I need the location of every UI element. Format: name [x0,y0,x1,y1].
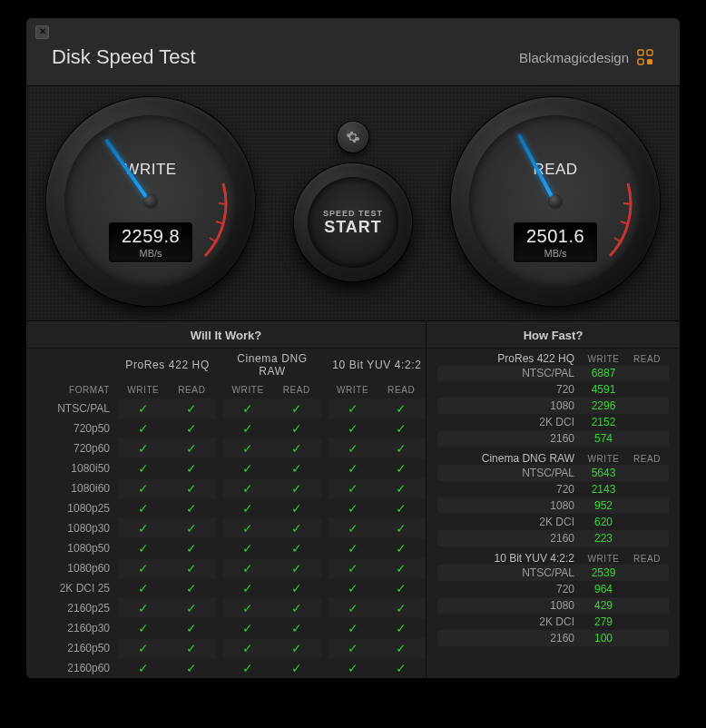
format-label: 2160p30 [26,618,119,638]
check-icon: ✓ [396,581,407,595]
check-icon: ✓ [242,441,253,456]
hf-write-value: 4591 [582,383,625,396]
hf-format: 1080 [437,499,582,512]
hf-read-value: . [625,599,669,612]
check-icon: ✓ [138,521,149,536]
hf-read-value: . [625,467,669,479]
hf-read-value: . [625,615,669,628]
hf-row: 2160100. [437,630,669,646]
hf-read-value: . [625,399,669,412]
check-cell: ✓ [168,458,217,478]
check-icon: ✓ [186,641,197,655]
svg-line-9 [623,203,632,204]
check-icon: ✓ [291,661,302,675]
check-cell: ✓ [377,498,426,518]
write-gauge: WRITE 2259.8 MB/s [46,97,255,306]
hf-write-value: 2296 [582,399,625,412]
check-icon: ✓ [348,661,358,675]
write-readout-unit: MB/s [109,248,192,259]
check-icon: ✓ [348,501,358,516]
check-cell: ✓ [168,498,217,518]
check-icon: ✓ [348,561,358,576]
check-cell: ✓ [168,478,217,498]
hf-format: 1080 [437,399,582,412]
start-main: START [324,218,382,237]
check-cell: ✓ [272,598,321,618]
check-icon: ✓ [348,481,358,496]
check-icon: ✓ [291,541,302,556]
start-button[interactable]: SPEED TEST START [294,163,412,281]
check-cell: ✓ [119,558,168,578]
read-gauge: READ 2501.6 MB/s [451,97,660,306]
check-cell: ✓ [328,398,378,418]
format-label: 1080p30 [26,518,119,538]
hf-row: NTSC/PAL2539. [437,565,669,581]
check-cell: ✓ [377,558,426,578]
check-cell: ✓ [119,518,168,538]
check-cell: ✓ [328,518,378,538]
will-it-work-table: ProRes 422 HQCinema DNG RAW10 Bit YUV 4:… [26,349,426,678]
check-icon: ✓ [242,661,253,675]
how-fast-body: ProRes 422 HQWRITEREADNTSC/PAL6887.72045… [427,349,680,648]
check-cell: ✓ [119,478,168,498]
check-icon: ✓ [291,641,302,655]
hf-read-value: . [625,632,669,644]
how-fast-section: 10 Bit YUV 4:2:2WRITEREADNTSC/PAL2539.72… [427,548,680,648]
check-cell: ✓ [377,638,426,658]
check-icon: ✓ [186,501,197,516]
app-title: Disk Speed Test [52,45,196,69]
check-icon: ✓ [348,541,358,556]
check-cell: ✓ [119,438,168,458]
read-header: READ [377,381,426,398]
hf-format: NTSC/PAL [437,367,582,379]
check-icon: ✓ [291,561,302,576]
format-label: 1080p50 [26,538,119,558]
check-icon: ✓ [242,501,253,516]
check-cell: ✓ [272,618,321,638]
write-gauge-cap [144,195,157,208]
check-cell: ✓ [223,418,272,438]
format-label: NTSC/PAL [26,398,119,418]
check-icon: ✓ [138,401,149,416]
check-icon: ✓ [138,621,149,635]
hf-row: 1080429. [437,597,669,614]
check-cell: ✓ [377,598,426,618]
check-cell: ✓ [377,418,426,438]
check-cell: ✓ [223,398,272,418]
check-icon: ✓ [242,421,253,436]
check-icon: ✓ [242,581,253,595]
will-it-work-panel: Will It Work? ProRes 422 HQCinema DNG RA… [26,321,427,678]
check-icon: ✓ [291,501,302,516]
check-icon: ✓ [348,521,358,536]
check-icon: ✓ [396,641,407,655]
hf-format: 2160 [437,532,582,545]
hf-format: NTSC/PAL [437,566,582,579]
read-header: READ [168,381,217,398]
check-icon: ✓ [396,441,407,456]
hf-row: 2K DCI620. [437,514,669,530]
check-icon: ✓ [396,601,407,615]
settings-button[interactable] [338,122,368,152]
hf-write-value: 6887 [582,367,625,379]
close-button[interactable]: ✕ [35,25,49,39]
hf-format: 720 [437,383,582,396]
check-cell: ✓ [119,658,168,678]
check-icon: ✓ [186,601,197,615]
check-cell: ✓ [119,598,168,618]
hf-write-header: WRITE [582,454,625,464]
hf-write-value: 574 [582,432,625,445]
hf-row: 7204591. [437,381,669,398]
check-cell: ✓ [119,578,168,598]
check-icon: ✓ [138,461,149,476]
check-icon: ✓ [186,661,197,675]
hf-format: 720 [437,483,582,496]
check-icon: ✓ [242,541,253,556]
write-readout-value: 2259.8 [109,226,192,247]
check-icon: ✓ [186,441,197,456]
format-label: 2K DCI 25 [26,578,119,598]
hf-read-value: . [625,367,669,379]
check-icon: ✓ [242,621,253,635]
check-cell: ✓ [119,458,168,478]
check-icon: ✓ [291,621,302,635]
hf-write-value: 2539 [582,566,625,579]
